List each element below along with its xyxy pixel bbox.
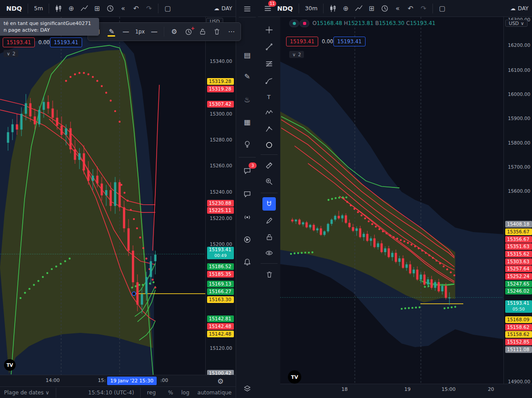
layout-save-group[interactable]: ☁ DAY (510, 5, 528, 12)
menu-hamburger-icon[interactable]: 11 (262, 2, 274, 14)
undo-button[interactable]: ↶ (404, 2, 416, 14)
fullscreen-button[interactable]: ▢ (162, 2, 174, 14)
log-scale-button[interactable]: log (177, 390, 193, 396)
compare-button[interactable]: ⊕ (65, 2, 77, 14)
session-button[interactable]: reg (143, 390, 160, 396)
symbol-button[interactable]: NDQ (4, 5, 25, 12)
sell-price-button[interactable]: 15193.41 (3, 37, 35, 47)
price-tag-green: 15142.81 (207, 315, 234, 322)
lock-button[interactable] (196, 25, 209, 38)
layout-save-group[interactable]: ☁ DAY (214, 5, 232, 12)
axis-time-label: 20 (488, 386, 494, 392)
candle-style-button[interactable] (52, 2, 64, 14)
lock-drawings-icon[interactable] (262, 230, 276, 244)
clock-label[interactable]: 15:54:10 (UTC-4) (84, 390, 138, 396)
compare-button[interactable]: ⊕ (340, 2, 352, 14)
indicators-button[interactable] (353, 2, 365, 14)
price-scale[interactable]: 16300.0016200.0016100.0016000.0015900.00… (503, 17, 532, 398)
axis-time-label: 15:00 (441, 386, 456, 392)
drawing-toolbar: T (258, 17, 281, 398)
indicator-toggle-2[interactable] (299, 20, 309, 27)
hide-drawings-eye-icon[interactable] (262, 246, 276, 260)
candlestick-chart-30m[interactable] (280, 17, 503, 384)
candlestick-chart-5m[interactable] (0, 17, 205, 375)
add-alert-button[interactable]: + (182, 25, 195, 38)
sell-price-button[interactable]: 15193.41 (286, 37, 318, 46)
private-chat-icon[interactable] (241, 187, 254, 201)
alerts-bell-icon[interactable] (241, 255, 254, 269)
price-tag-red: 15142.48 (207, 323, 234, 330)
delete-button[interactable] (210, 25, 224, 38)
journal-icon[interactable]: ✎ (241, 70, 254, 83)
line-style-button[interactable]: — (147, 25, 161, 38)
live-play-icon[interactable] (241, 233, 254, 246)
zoom-in-tool-icon[interactable] (262, 175, 276, 188)
buy-price-button[interactable]: 15193.41 (50, 37, 82, 47)
ruler-tool-icon[interactable] (262, 159, 276, 172)
fib-tool-icon[interactable] (262, 57, 276, 70)
buy-price-button[interactable]: 15193.41 (333, 37, 366, 46)
time-axis[interactable]: 181915:0020 (280, 384, 503, 398)
axis-price-label: 15900.00 (505, 115, 532, 122)
axis-settings-gear-icon[interactable]: ⚙ (214, 374, 227, 388)
undo-button[interactable]: ↶ (130, 2, 142, 14)
layout-grid-button[interactable]: ⊞ (91, 2, 103, 14)
axis-price-label: 16000.00 (505, 91, 532, 98)
settings-gear-icon[interactable]: ⚙ (167, 25, 181, 38)
price-tag-green: 15246.02 (505, 288, 532, 294)
symbol-button[interactable]: NDQ (274, 5, 295, 12)
remove-drawings-trash-icon[interactable] (262, 268, 276, 281)
forecast-tool-icon[interactable] (262, 122, 276, 136)
watchlist-icon[interactable]: ▤ (241, 48, 254, 62)
indicators-button[interactable] (78, 2, 90, 14)
chevron-down-icon: ∨ (46, 390, 50, 396)
chat-icon[interactable]: 3 (241, 164, 254, 178)
brush-tool-icon[interactable] (262, 74, 276, 87)
trendline-tool-icon[interactable] (262, 40, 276, 54)
indicators-collapse-badge[interactable]: ∨ 2 (4, 50, 18, 57)
price-scale[interactable]: 15340.0015319.2815319.2815307.4215300.00… (205, 17, 236, 386)
fullscreen-button[interactable]: ▢ (436, 2, 448, 14)
edit-drawings-icon[interactable] (262, 214, 276, 228)
price-tag-teal: 15193.4100:49 (207, 247, 234, 259)
interval-button[interactable]: 5m (31, 5, 46, 12)
hotlists-icon[interactable]: ♨ (241, 93, 254, 106)
line-width-label[interactable]: 1px (133, 29, 146, 35)
indicators-collapse-badge[interactable]: ∨ 2 (289, 51, 304, 58)
circle-shape-tool-icon[interactable] (262, 138, 276, 152)
axis-time-label: 14:00 (46, 377, 60, 383)
tradingview-logo[interactable]: TV (288, 370, 301, 384)
ideas-bulb-icon[interactable] (241, 137, 254, 151)
redo-button[interactable]: ↷ (417, 2, 429, 14)
crosshair-tool-icon[interactable] (262, 23, 276, 37)
line-width-icon[interactable]: — (119, 25, 133, 38)
replay-button[interactable]: « (391, 2, 403, 14)
text-tool-icon[interactable]: T (262, 90, 276, 104)
replay-button[interactable]: « (117, 2, 129, 14)
more-button[interactable]: ⋯ (224, 25, 238, 38)
pattern-tool-icon[interactable] (262, 106, 276, 120)
percent-scale-button[interactable]: % (164, 390, 177, 396)
alert-clock-button[interactable] (378, 2, 391, 14)
tradingview-logo[interactable]: TV (4, 359, 16, 371)
interval-button[interactable]: 30m (302, 5, 320, 12)
color-picker-button[interactable]: ✎ (105, 25, 118, 38)
magnet-mode-icon[interactable] (262, 197, 276, 211)
divider (261, 154, 278, 155)
panel-toggle-icon[interactable] (241, 2, 254, 16)
time-axis[interactable]: 19 Janv '22 15:30 14:0015::00 (0, 375, 205, 387)
price-tag-yellow: 15158.62 (505, 331, 532, 338)
streams-icon[interactable] (241, 211, 254, 224)
alert-clock-button[interactable] (104, 2, 116, 14)
calendar-icon[interactable]: ▦ (241, 115, 254, 129)
currency-dropdown[interactable]: USD∨ (505, 20, 528, 27)
price-tag-teal: 15193.4105:50 (505, 300, 532, 313)
indicator-toggle-1[interactable] (289, 20, 299, 27)
layout-grid-button[interactable]: ⊞ (366, 2, 378, 14)
chevron-down-icon: ∨ (7, 51, 10, 56)
auto-scale-button[interactable]: automatique (193, 390, 236, 396)
date-range-button[interactable]: Plage de dates ∨ (0, 390, 54, 396)
candle-style-button[interactable] (327, 2, 339, 14)
redo-button[interactable]: ↷ (143, 2, 155, 14)
object-tree-layers-icon[interactable] (241, 382, 254, 395)
